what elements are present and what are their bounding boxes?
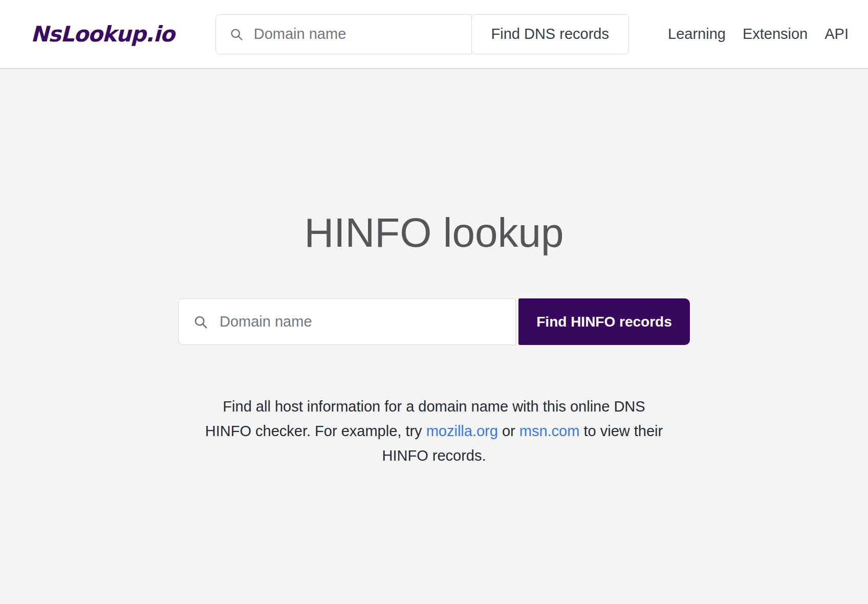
- description-line3: HINFO records.: [382, 447, 486, 464]
- description-line2-pre: HINFO checker. For example, try: [205, 423, 426, 439]
- hinfo-domain-input[interactable]: [219, 313, 515, 331]
- header-domain-input[interactable]: [253, 25, 458, 43]
- header-search-input-wrap: [215, 14, 472, 54]
- nav-item-api[interactable]: API: [824, 26, 849, 42]
- find-dns-records-button[interactable]: Find DNS records: [471, 14, 629, 54]
- description-line2-post: to view their: [579, 423, 663, 439]
- hinfo-search-input-wrap: [178, 298, 516, 345]
- nav-item-extension[interactable]: Extension: [743, 26, 808, 42]
- find-hinfo-records-button[interactable]: Find HINFO records: [518, 298, 690, 345]
- description-line1: Find all host information for a domain n…: [223, 398, 645, 415]
- description-line2-mid: or: [498, 423, 519, 439]
- site-header: NsLookup.io Find DNS records Learning Ex…: [0, 0, 868, 69]
- hinfo-search-form: Find HINFO records: [178, 298, 690, 345]
- hero-section: HINFO lookup Find HINFO records Find all…: [0, 69, 868, 468]
- msn-com-link[interactable]: msn.com: [519, 423, 580, 439]
- header-search-form: Find DNS records: [215, 14, 629, 54]
- nav-item-learning[interactable]: Learning: [668, 26, 726, 42]
- mozilla-org-link[interactable]: mozilla.org: [426, 423, 498, 439]
- site-logo[interactable]: NsLookup.io: [31, 21, 175, 47]
- search-icon: [229, 27, 244, 41]
- page-description: Find all host information for a domain n…: [140, 394, 728, 468]
- header-nav: Learning Extension API: [668, 26, 849, 42]
- search-icon: [193, 314, 208, 330]
- page-title: HINFO lookup: [0, 212, 868, 253]
